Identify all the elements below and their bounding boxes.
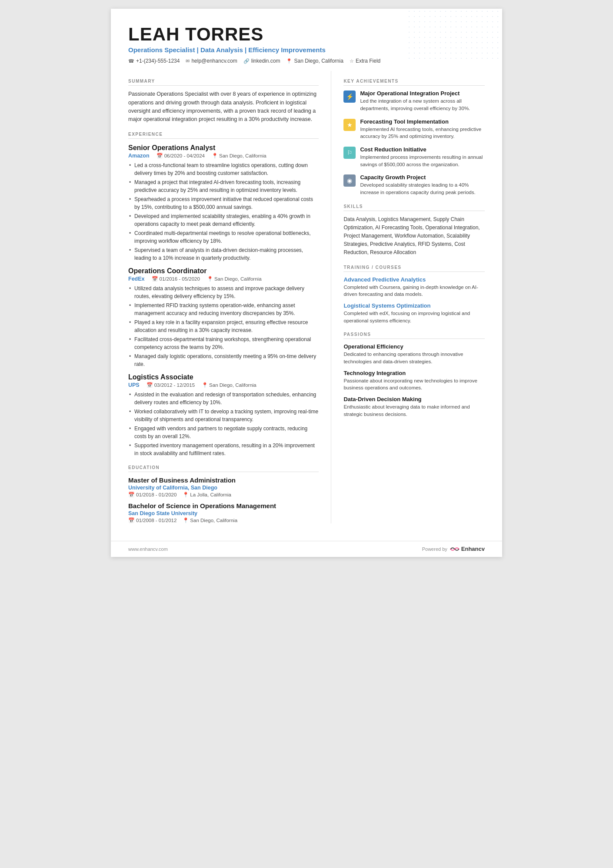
powered-by-label: Powered by <box>422 546 447 552</box>
job-3-company: UPS <box>128 382 140 388</box>
edu-1-school: University of California, San Diego <box>128 485 319 491</box>
achievement-3-title: Cost Reduction Initiative <box>360 146 485 153</box>
job-1-meta: Amazon 📅 06/2020 - 04/2024 📍 San Diego, … <box>128 153 319 159</box>
circle-icon: ◉ <box>347 177 352 184</box>
job-3-bullet-3: Engaged with vendors and partners to neg… <box>128 425 319 440</box>
job-3-title: Logistics Associate <box>128 373 319 381</box>
job-1-bullet-6: Supervised a team of analysts in data-dr… <box>128 246 319 262</box>
edu-2-dates-wrapper: 📅 01/2008 - 01/2012 <box>128 517 177 523</box>
location-icon: 📍 <box>286 58 292 64</box>
achievement-3-content: Cost Reduction Initiative Implemented pr… <box>360 146 485 168</box>
job-2-meta: FedEx 📅 01/2016 - 05/2020 📍 San Diego, C… <box>128 276 319 282</box>
passion-3-desc: Enthusiastic about leveraging data to ma… <box>343 403 485 418</box>
star-icon: ☆ <box>350 58 354 64</box>
training-2-desc: Completed with edX, focusing on improvin… <box>343 310 485 324</box>
linkedin-icon: 🔗 <box>243 58 250 64</box>
edu-2-location: San Diego, California <box>190 518 237 523</box>
linkedin-contact: 🔗 linkedin.com <box>243 58 280 64</box>
job-1-bullet-5: Coordinated multi-departmental meetings … <box>128 229 319 245</box>
job-3-dates: 📅 03/2012 - 12/2015 <box>147 382 195 388</box>
extra-field-contact: ☆ Extra Field <box>350 58 380 64</box>
edu-1: Master of Business Administration Univer… <box>128 476 319 498</box>
job-1-bullet-4: Developed and implemented scalability st… <box>128 212 319 228</box>
passion-1-desc: Dedicated to enhancing operations throug… <box>343 351 485 365</box>
job-1-company: Amazon <box>128 153 150 159</box>
achievement-4-desc: Developed scalability strategies leading… <box>360 181 485 196</box>
extra-field-value: Extra Field <box>356 58 380 64</box>
skills-text: Data Analysis, Logistics Management, Sup… <box>343 215 485 257</box>
edu-1-location: La Jolla, California <box>190 492 231 497</box>
linkedin-value: linkedin.com <box>251 58 280 64</box>
location-value: San Diego, California <box>294 58 343 64</box>
pin-icon-3: 📍 <box>202 382 208 388</box>
lightning-icon: ⚡ <box>346 93 353 100</box>
achievement-2-content: Forecasting Tool Implementation Implemen… <box>360 118 485 140</box>
achievement-4-title: Capacity Growth Project <box>360 174 485 181</box>
left-column: SUMMARY Passionate Operations Specialist… <box>128 71 331 523</box>
achievement-3: ⚐ Cost Reduction Initiative Implemented … <box>343 146 485 168</box>
job-1-bullet-3: Spearheaded a process improvement initia… <box>128 195 319 211</box>
training-2: Logistical Systems Optimization Complete… <box>343 302 485 324</box>
education-section-title: EDUCATION <box>128 465 319 472</box>
training-section-title: TRAINING / COURSES <box>343 265 485 272</box>
phone-icon: ☎ <box>128 58 134 64</box>
skills-section-title: SKILLS <box>343 204 485 211</box>
passion-1: Operational Efficiency Dedicated to enha… <box>343 343 485 365</box>
job-2-company: FedEx <box>128 276 145 282</box>
enhancv-icon-svg <box>450 546 460 553</box>
job-2-title: Operations Coordinator <box>128 267 319 275</box>
passion-3: Data-Driven Decision Making Enthusiastic… <box>343 396 485 418</box>
passion-2: Technology Integration Passionate about … <box>343 370 485 392</box>
footer-powered-by: Powered by Enhancv <box>422 546 485 553</box>
edu-1-dates-wrapper: 📅 01/2018 - 01/2020 <box>128 492 177 498</box>
achievement-4-icon: ◉ <box>343 174 356 187</box>
job-2-bullet-1: Utilized data analysis techniques to ass… <box>128 285 319 300</box>
pin-icon-2: 📍 <box>207 276 213 282</box>
flag-icon: ⚐ <box>347 149 353 156</box>
achievement-2-desc: Implemented AI forecasting tools, enhanc… <box>360 126 485 140</box>
achievement-2-icon: ★ <box>343 119 356 131</box>
achievements-section-title: KEY ACHIEVEMENTS <box>343 79 485 86</box>
achievement-1-title: Major Operational Integration Project <box>360 90 485 97</box>
calendar-icon-edu1: 📅 <box>128 492 134 498</box>
summary-text: Passionate Operations Specialist with ov… <box>128 90 319 124</box>
job-3-bullets: Assisted in the evaluation and redesign … <box>128 391 319 457</box>
job-2-dates: 📅 01/2016 - 05/2020 <box>152 276 200 282</box>
achievement-1: ⚡ Major Operational Integration Project … <box>343 90 485 112</box>
edu-1-dates: 01/2018 - 01/2020 <box>136 492 177 497</box>
job-3: Logistics Associate UPS 📅 03/2012 - 12/2… <box>128 373 319 457</box>
footer: www.enhancv.com Powered by Enhancv <box>111 541 502 557</box>
achievement-2-title: Forecasting Tool Implementation <box>360 118 485 125</box>
edu-2-meta: 📅 01/2008 - 01/2012 📍 San Diego, Califor… <box>128 517 319 523</box>
calendar-icon-2: 📅 <box>152 276 158 282</box>
enhancv-logo: Enhancv <box>450 546 485 553</box>
footer-url: www.enhancv.com <box>128 546 168 552</box>
passion-1-title: Operational Efficiency <box>343 343 485 350</box>
training-1-desc: Completed with Coursera, gaining in-dept… <box>343 284 485 298</box>
passions-section-title: PASSIONS <box>343 332 485 339</box>
job-1-bullet-2: Managed a project that integrated AI-dri… <box>128 178 319 194</box>
email-contact: ✉ help@enhancv.com <box>186 58 237 64</box>
pin-icon-edu1: 📍 <box>183 492 189 498</box>
edu-2-degree: Bachelor of Science in Operations Manage… <box>128 502 319 509</box>
passion-2-desc: Passionate about incorporating new techn… <box>343 377 485 392</box>
achievement-1-desc: Led the integration of a new system acro… <box>360 97 485 112</box>
job-2-bullet-3: Played a key role in a facility expansio… <box>128 318 319 334</box>
right-column: KEY ACHIEVEMENTS ⚡ Major Operational Int… <box>331 71 485 523</box>
resume-page: LEAH TORRES Operations Specialist | Data… <box>111 9 502 557</box>
location-contact: 📍 San Diego, California <box>286 58 343 64</box>
job-1: Senior Operations Analyst Amazon 📅 06/20… <box>128 144 319 262</box>
pin-icon-1: 📍 <box>212 153 218 159</box>
achievement-1-icon: ⚡ <box>343 90 356 103</box>
job-2-bullet-5: Managed daily logistic operations, consi… <box>128 352 319 368</box>
edu-2-location-wrapper: 📍 San Diego, California <box>183 517 237 523</box>
calendar-icon-3: 📅 <box>147 382 153 388</box>
job-2-location: 📍 San Diego, California <box>207 276 262 282</box>
passion-3-title: Data-Driven Decision Making <box>343 396 485 402</box>
job-3-meta: UPS 📅 03/2012 - 12/2015 📍 San Diego, Cal… <box>128 382 319 388</box>
job-1-bullets: Led a cross-functional team to streamlin… <box>128 161 319 262</box>
job-1-location: 📍 San Diego, California <box>212 153 267 159</box>
calendar-icon-1: 📅 <box>157 153 163 159</box>
email-icon: ✉ <box>186 58 190 64</box>
email-value: help@enhancv.com <box>191 58 237 64</box>
